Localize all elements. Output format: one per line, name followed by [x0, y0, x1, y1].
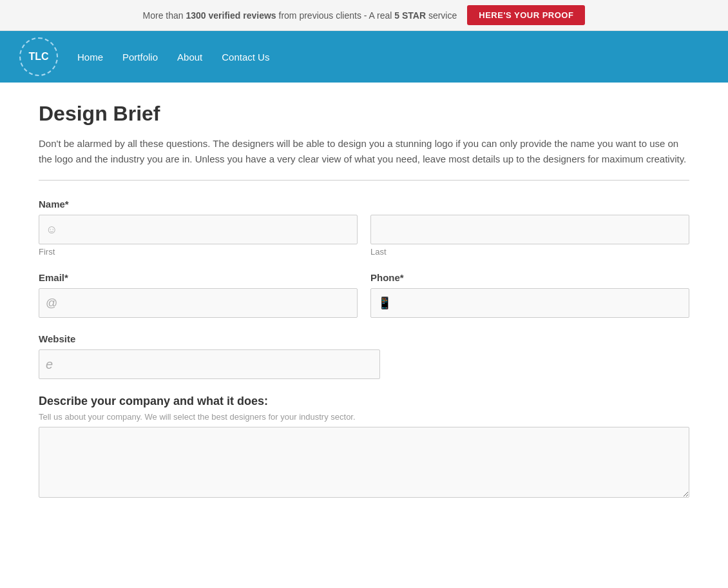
at-icon: @: [46, 297, 57, 310]
web-icon: e: [46, 357, 53, 372]
nav-link-portfolio[interactable]: Portfolio: [122, 52, 158, 63]
reviews-count: 1300 verified reviews: [186, 10, 276, 21]
phone-input[interactable]: [397, 298, 682, 308]
nav-logo: TLC: [19, 37, 58, 76]
website-group: e: [39, 349, 380, 379]
email-phone-section: Email* @ Phone* 📱: [39, 272, 689, 318]
website-input[interactable]: [58, 359, 373, 369]
phone-group: Phone* 📱: [370, 272, 689, 318]
divider: [39, 180, 689, 181]
email-phone-row: Email* @ Phone* 📱: [39, 272, 689, 318]
nav-link-contact[interactable]: Contact Us: [222, 52, 269, 63]
last-name-input[interactable]: [378, 224, 682, 235]
first-name-input-wrapper[interactable]: ☺: [39, 215, 358, 244]
phone-label: Phone*: [370, 272, 689, 283]
name-row: ☺ First Last: [39, 215, 689, 257]
name-section: Name* ☺ First Last: [39, 199, 689, 257]
company-textarea[interactable]: [39, 427, 689, 498]
website-label: Website: [39, 333, 689, 344]
page-description: Don't be alarmed by all these questions.…: [39, 136, 689, 167]
name-label: Name*: [39, 199, 689, 210]
star-text: 5 STAR: [394, 10, 426, 21]
phone-input-wrapper[interactable]: 📱: [370, 288, 689, 318]
company-hint: Tell us about your company. We will sele…: [39, 412, 689, 422]
first-label: First: [39, 247, 358, 257]
email-input-wrapper[interactable]: @: [39, 288, 358, 318]
nav-link-about[interactable]: About: [177, 52, 202, 63]
nav-link-home[interactable]: Home: [77, 52, 103, 63]
top-bar: More than 1300 verified reviews from pre…: [0, 0, 728, 31]
last-label: Last: [370, 247, 689, 257]
navbar: TLC Home Portfolio About Contact Us: [0, 31, 728, 83]
website-input-wrapper[interactable]: e: [39, 349, 380, 379]
nav-links: Home Portfolio About Contact Us: [77, 52, 269, 63]
email-input[interactable]: [62, 298, 350, 308]
page-title: Design Brief: [39, 102, 689, 126]
top-bar-text: More than 1300 verified reviews from pre…: [143, 10, 457, 21]
last-name-input-wrapper[interactable]: [370, 215, 689, 244]
main-content: Design Brief Don't be alarmed by all the…: [13, 83, 715, 554]
person-icon: ☺: [46, 223, 57, 237]
company-title: Describe your company and what it does:: [39, 395, 689, 408]
first-name-input[interactable]: [62, 224, 350, 235]
proof-button[interactable]: HERE'S YOUR PROOF: [467, 5, 585, 25]
last-name-group: Last: [370, 215, 689, 257]
phone-icon: 📱: [378, 296, 392, 310]
website-section: Website e: [39, 333, 689, 379]
email-label: Email*: [39, 272, 358, 283]
email-group: Email* @: [39, 272, 358, 318]
first-name-group: ☺ First: [39, 215, 358, 257]
company-section: Describe your company and what it does: …: [39, 395, 689, 500]
website-row: e: [39, 349, 689, 379]
